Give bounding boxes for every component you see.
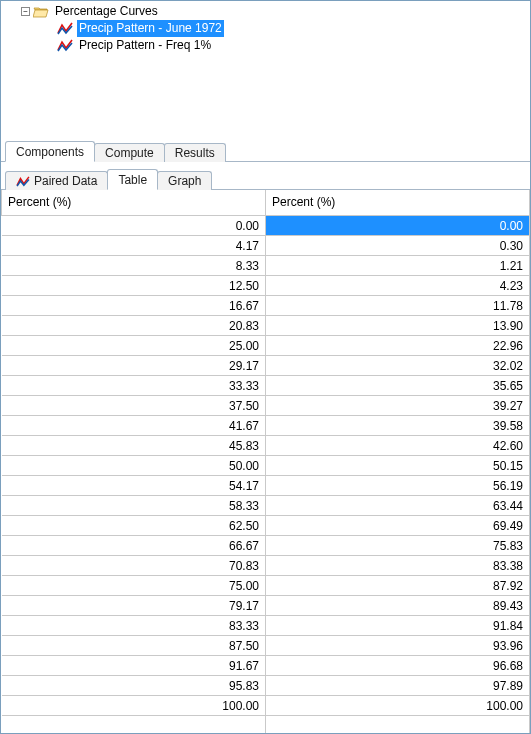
cell-percent-b[interactable]: 63.44: [266, 496, 530, 516]
table-row[interactable]: 12.504.23: [2, 276, 530, 296]
cell-percent-b[interactable]: 39.27: [266, 396, 530, 416]
cell-percent-a[interactable]: 45.83: [2, 436, 266, 456]
table-row[interactable]: 100.00100.00: [2, 696, 530, 716]
table-row[interactable]: 95.8397.89: [2, 676, 530, 696]
cell-percent-a[interactable]: 8.33: [2, 256, 266, 276]
cell-percent-a[interactable]: 20.83: [2, 316, 266, 336]
tab-table[interactable]: Table: [107, 169, 158, 190]
table-row[interactable]: 79.1789.43: [2, 596, 530, 616]
cell-percent-b[interactable]: 1.21: [266, 256, 530, 276]
table-row[interactable]: 25.0022.96: [2, 336, 530, 356]
cell-percent-a[interactable]: 0.00: [2, 216, 266, 236]
cell-percent-b[interactable]: 35.65: [266, 376, 530, 396]
cell-percent-a[interactable]: 16.67: [2, 296, 266, 316]
table-row[interactable]: 75.0087.92: [2, 576, 530, 596]
cell-percent-a[interactable]: 83.33: [2, 616, 266, 636]
cell-percent-b[interactable]: 50.15: [266, 456, 530, 476]
cell-percent-a[interactable]: 33.33: [2, 376, 266, 396]
collapse-icon[interactable]: −: [21, 7, 30, 16]
table-row[interactable]: 54.1756.19: [2, 476, 530, 496]
tree-item-label[interactable]: Precip Pattern - June 1972: [77, 20, 224, 37]
main-tabbar: Components Compute Results: [1, 140, 530, 162]
cell-percent-a[interactable]: 75.00: [2, 576, 266, 596]
table-row[interactable]: 33.3335.65: [2, 376, 530, 396]
curve-icon: [57, 22, 73, 35]
cell-percent-b[interactable]: 0.00: [266, 216, 530, 236]
column-header-b[interactable]: Percent (%): [266, 190, 530, 216]
table-row[interactable]: 41.6739.58: [2, 416, 530, 436]
table-row[interactable]: 91.6796.68: [2, 656, 530, 676]
table-row[interactable]: 87.5093.96: [2, 636, 530, 656]
sub-tabbar: Paired Data Table Graph: [1, 168, 530, 190]
table-row[interactable]: 66.6775.83: [2, 536, 530, 556]
cell-percent-b[interactable]: 39.58: [266, 416, 530, 436]
cell-percent-a[interactable]: 66.67: [2, 536, 266, 556]
cell-percent-a[interactable]: 79.17: [2, 596, 266, 616]
table-row[interactable]: 45.8342.60: [2, 436, 530, 456]
table-row[interactable]: 50.0050.15: [2, 456, 530, 476]
cell-percent-b[interactable]: 97.89: [266, 676, 530, 696]
cell-percent-b[interactable]: 11.78: [266, 296, 530, 316]
cell-percent-b[interactable]: 13.90: [266, 316, 530, 336]
cell-percent-b[interactable]: 22.96: [266, 336, 530, 356]
table-row[interactable]: 83.3391.84: [2, 616, 530, 636]
cell-percent-a[interactable]: 41.67: [2, 416, 266, 436]
cell-percent-a[interactable]: 70.83: [2, 556, 266, 576]
cell-percent-b[interactable]: 96.68: [266, 656, 530, 676]
table-row[interactable]: 58.3363.44: [2, 496, 530, 516]
cell-percent-b[interactable]: 87.92: [266, 576, 530, 596]
cell-percent-b[interactable]: 56.19: [266, 476, 530, 496]
cell-percent-b[interactable]: 32.02: [266, 356, 530, 376]
table-row[interactable]: 0.000.00: [2, 216, 530, 236]
tree-item[interactable]: Precip Pattern - June 1972: [5, 20, 526, 37]
cell-percent-b[interactable]: 91.84: [266, 616, 530, 636]
cell-percent-a[interactable]: 100.00: [2, 696, 266, 716]
cell-percent-b[interactable]: 75.83: [266, 536, 530, 556]
cell-percent-a[interactable]: 95.83: [2, 676, 266, 696]
table-row[interactable]: 29.1732.02: [2, 356, 530, 376]
cell-percent-a[interactable]: 54.17: [2, 476, 266, 496]
table-row[interactable]: 70.8383.38: [2, 556, 530, 576]
tab-graph[interactable]: Graph: [157, 171, 212, 190]
cell-percent-a[interactable]: 87.50: [2, 636, 266, 656]
tree-root-row[interactable]: − Percentage Curves: [5, 3, 526, 20]
cell-percent-b[interactable]: 89.43: [266, 596, 530, 616]
table-row[interactable]: 62.5069.49: [2, 516, 530, 536]
cell-empty[interactable]: [2, 716, 266, 733]
table-row-empty[interactable]: [2, 716, 530, 733]
table-row[interactable]: 37.5039.27: [2, 396, 530, 416]
cell-percent-b[interactable]: 83.38: [266, 556, 530, 576]
tree-root-label[interactable]: Percentage Curves: [53, 3, 160, 20]
column-header-a[interactable]: Percent (%): [2, 190, 266, 216]
cell-empty[interactable]: [266, 716, 530, 733]
tree-item-label[interactable]: Precip Pattern - Freq 1%: [77, 37, 213, 54]
cell-percent-b[interactable]: 42.60: [266, 436, 530, 456]
tree-item[interactable]: Precip Pattern - Freq 1%: [5, 37, 526, 54]
cell-percent-a[interactable]: 12.50: [2, 276, 266, 296]
table-row[interactable]: 8.331.21: [2, 256, 530, 276]
data-table[interactable]: Percent (%) Percent (%) 0.000.004.170.30…: [1, 190, 530, 733]
cell-percent-a[interactable]: 58.33: [2, 496, 266, 516]
table-row[interactable]: 20.8313.90: [2, 316, 530, 336]
tab-label: Components: [16, 145, 84, 159]
tab-paired-data[interactable]: Paired Data: [5, 171, 108, 190]
cell-percent-b[interactable]: 93.96: [266, 636, 530, 656]
tab-compute[interactable]: Compute: [94, 143, 165, 162]
cell-percent-a[interactable]: 91.67: [2, 656, 266, 676]
cell-percent-a[interactable]: 50.00: [2, 456, 266, 476]
tree-panel: − Percentage Curves Precip Pattern - Jun…: [1, 1, 530, 140]
cell-percent-a[interactable]: 29.17: [2, 356, 266, 376]
cell-percent-b[interactable]: 69.49: [266, 516, 530, 536]
cell-percent-b[interactable]: 100.00: [266, 696, 530, 716]
tab-results[interactable]: Results: [164, 143, 226, 162]
cell-percent-a[interactable]: 4.17: [2, 236, 266, 256]
table-row[interactable]: 4.170.30: [2, 236, 530, 256]
cell-percent-a[interactable]: 25.00: [2, 336, 266, 356]
cell-percent-b[interactable]: 4.23: [266, 276, 530, 296]
tab-label: Paired Data: [34, 174, 97, 188]
cell-percent-a[interactable]: 62.50: [2, 516, 266, 536]
tab-components[interactable]: Components: [5, 141, 95, 162]
cell-percent-a[interactable]: 37.50: [2, 396, 266, 416]
cell-percent-b[interactable]: 0.30: [266, 236, 530, 256]
table-row[interactable]: 16.6711.78: [2, 296, 530, 316]
